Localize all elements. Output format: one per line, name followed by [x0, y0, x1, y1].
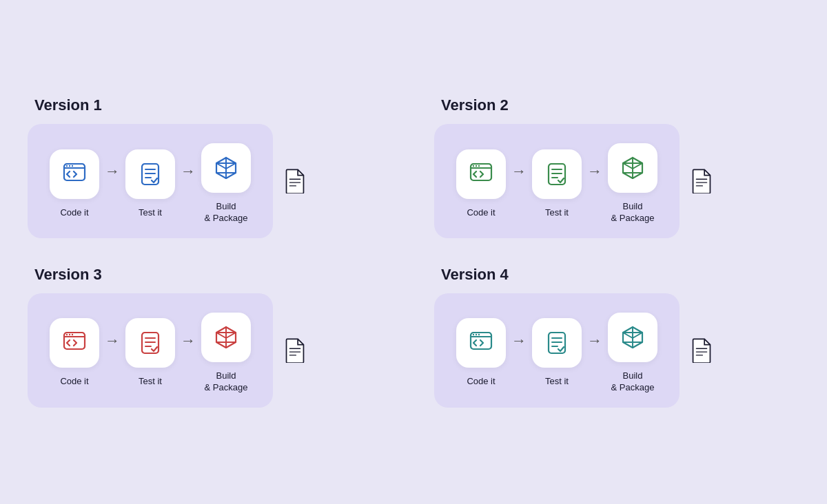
test-label: Test it	[139, 207, 162, 219]
test-label-v3: Test it	[139, 376, 162, 388]
svg-point-2	[66, 165, 68, 166]
svg-point-15	[476, 165, 477, 166]
step-code: Code it	[50, 149, 99, 219]
build-icon-v4	[620, 325, 645, 350]
code-icon-wrapper	[50, 149, 99, 199]
arrow-4: →	[587, 162, 602, 180]
step-build: Build& Package	[201, 143, 251, 224]
version-3-section: Version 3	[28, 266, 393, 408]
version-3-card: Code it → Test	[28, 293, 273, 408]
svg-point-16	[478, 165, 480, 166]
test-icon-wrapper-v4	[532, 318, 582, 368]
build-icon-wrapper-v4	[608, 313, 657, 362]
version-1-card: Code it → Test	[28, 124, 273, 238]
test-label-v2: Test it	[545, 207, 569, 219]
arrow-7: →	[511, 332, 527, 350]
code-icon-wrapper-v3	[50, 318, 99, 368]
test-icon-v4	[544, 330, 569, 355]
step-build-v2: Build& Package	[608, 143, 657, 224]
arrow-2: →	[181, 162, 196, 180]
version-3-title: Version 3	[34, 266, 102, 284]
step-code-v4: Code it	[456, 318, 506, 388]
svg-point-28	[72, 334, 73, 335]
svg-point-14	[473, 165, 474, 166]
arrow-3: →	[511, 162, 527, 180]
step-test-v4: Test it	[532, 318, 582, 388]
test-icon-wrapper-v2	[532, 149, 582, 199]
step-code-v2: Code it	[456, 149, 506, 219]
step-build-v3: Build& Package	[201, 313, 251, 394]
doc-icon-v1	[283, 169, 307, 196]
version-2-title: Version 2	[441, 96, 509, 114]
build-label-v4: Build& Package	[611, 370, 655, 394]
svg-point-38	[473, 334, 474, 335]
version-2-steps: Code it → Test	[456, 143, 657, 224]
version-1-section: Version 1	[28, 96, 393, 238]
svg-point-3	[69, 165, 70, 166]
code-label-v4: Code it	[467, 376, 495, 388]
version-4-section: Version 4	[434, 266, 799, 408]
arrow-8: →	[587, 332, 602, 350]
test-label-v4: Test it	[545, 376, 569, 388]
build-icon-wrapper-v3	[201, 313, 251, 362]
code-icon-v3	[62, 330, 87, 355]
code-icon-v2	[469, 162, 493, 187]
code-icon-wrapper-v2	[456, 149, 506, 199]
build-label-v2: Build& Package	[611, 201, 655, 224]
version-1-title: Version 1	[34, 96, 102, 114]
doc-icon-v4	[689, 338, 714, 366]
arrow-5: →	[105, 332, 120, 350]
build-label: Build& Package	[205, 201, 248, 224]
step-code-v3: Code it	[50, 318, 99, 388]
arrow-1: →	[105, 162, 120, 180]
code-label-v2: Code it	[467, 207, 495, 219]
version-2-card: Code it → Test	[434, 124, 680, 238]
build-icon	[214, 156, 238, 180]
step-test-v3: Test it	[125, 318, 175, 388]
code-label-v3: Code it	[60, 376, 88, 388]
doc-icon-v2	[689, 169, 714, 196]
arrow-6: →	[181, 332, 196, 350]
code-label: Code it	[60, 207, 88, 219]
svg-point-27	[69, 334, 70, 335]
test-icon-v3	[138, 330, 163, 355]
test-icon-v2	[544, 162, 569, 187]
version-3-steps: Code it → Test	[50, 313, 251, 394]
main-grid: Version 1	[0, 83, 827, 421]
step-build-v4: Build& Package	[608, 313, 657, 394]
build-label-v3: Build& Package	[205, 370, 248, 394]
code-icon-v4	[469, 330, 493, 355]
doc-icon-v3	[283, 338, 307, 366]
code-icon-wrapper-v4	[456, 318, 506, 368]
build-icon-wrapper	[201, 143, 251, 193]
version-2-section: Version 2	[434, 96, 799, 238]
test-icon	[138, 162, 163, 187]
svg-point-40	[478, 334, 480, 335]
svg-point-39	[476, 334, 477, 335]
test-icon-wrapper-v3	[125, 318, 175, 368]
svg-point-4	[72, 165, 73, 166]
step-test: Test it	[125, 149, 175, 219]
test-icon-wrapper	[125, 149, 175, 199]
build-icon-v3	[214, 325, 238, 350]
step-test-v2: Test it	[532, 149, 582, 219]
version-1-steps: Code it → Test	[50, 143, 251, 224]
svg-point-26	[66, 334, 68, 335]
code-icon	[62, 162, 87, 187]
build-icon-v2	[620, 156, 645, 180]
version-4-steps: Code it → Test	[456, 313, 657, 394]
version-4-title: Version 4	[441, 266, 509, 284]
version-4-card: Code it → Test	[434, 293, 680, 408]
build-icon-wrapper-v2	[608, 143, 657, 193]
